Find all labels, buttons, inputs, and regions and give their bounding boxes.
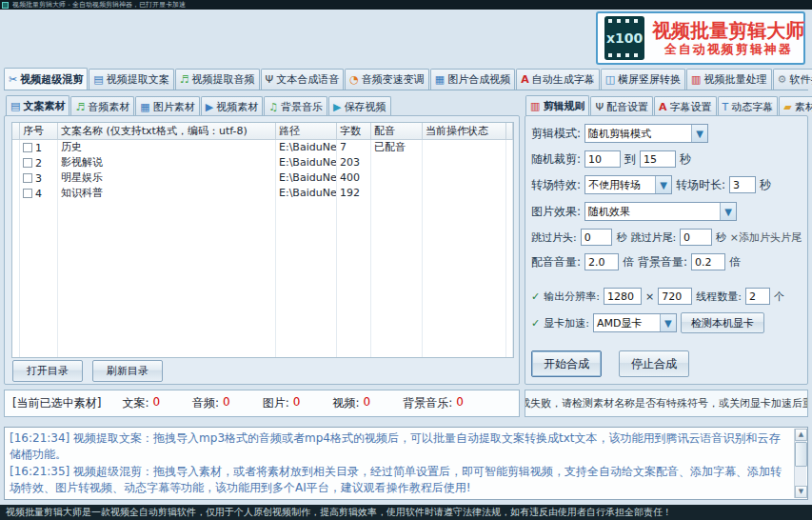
- table-row[interactable]: 4 知识科普 E:\BaiduNetd... 192: [12, 186, 513, 201]
- log-area[interactable]: [16:21:34] 视频提取文案：拖拽导入mp3格式的音频或者mp4格式的视频…: [4, 427, 808, 500]
- row-gutter: [12, 170, 20, 186]
- open-directory-button[interactable]: 打开目录: [12, 360, 83, 382]
- cell-extra: [506, 186, 513, 201]
- gpu-checkbox[interactable]: ✓: [531, 317, 540, 330]
- resolution-checkbox[interactable]: ✓: [531, 290, 540, 303]
- tab-dubbing-settings[interactable]: Ψ 配音设置: [590, 96, 653, 116]
- audio-icon: ♬: [180, 74, 189, 85]
- cell-path: E:\BaiduNetd...: [276, 140, 337, 155]
- row-checkbox[interactable]: [23, 158, 32, 168]
- gpu-select[interactable]: AMD显卡: [593, 313, 677, 332]
- row-checkbox[interactable]: [23, 143, 32, 152]
- material-tab-bar: ▤ 文案素材 ♬ 音频素材 ▦ 图片素材 ▶ 视频素材 ♫ 背景音乐 ▶ 保存视…: [6, 95, 392, 116]
- save-video-icon: ▶: [333, 102, 341, 112]
- log-scrollbar[interactable]: ▲ ▼: [794, 429, 806, 498]
- row-checkbox[interactable]: [23, 173, 32, 183]
- tab-audio-speed-pitch[interactable]: ◔ 音频变速变调: [345, 69, 429, 90]
- skip-head-input[interactable]: 0: [581, 229, 613, 246]
- microphone-icon: Ψ: [595, 102, 604, 112]
- cell-words: 203: [337, 155, 371, 170]
- tab-material-directory[interactable]: ▰ 素材目录: [779, 96, 812, 116]
- header-status[interactable]: 当前操作状态: [423, 123, 506, 139]
- crop-to-label: 到: [624, 151, 636, 168]
- footer-disclaimer: 视频批量剪辑大师是一款视频全自动剪辑软件，仅用于个人原创视频制作，提高剪辑效率，…: [0, 505, 812, 520]
- tab-save-video[interactable]: ▶ 保存视频: [328, 96, 390, 116]
- tab-text-material[interactable]: ▤ 文案素材: [6, 95, 69, 116]
- scroll-down-icon[interactable]: ▼: [795, 486, 807, 498]
- random-crop-min-input[interactable]: 10: [584, 150, 621, 168]
- table-row[interactable]: 1 历史 E:\BaiduNetd... 7 已配音: [12, 140, 513, 155]
- tab-video-extract-text[interactable]: ▤ 视频提取文案: [89, 69, 173, 90]
- dropdown-arrow-icon[interactable]: [660, 314, 676, 331]
- header-words[interactable]: 字数: [337, 123, 371, 139]
- tab-software-settings[interactable]: ⚙ 软件参数设置: [773, 69, 812, 90]
- scissors-icon: ✂: [9, 74, 17, 85]
- dropdown-arrow-icon[interactable]: [691, 125, 707, 142]
- tab-video-super-mix[interactable]: ✂ 视频超级混剪: [4, 68, 88, 90]
- transition-duration-input[interactable]: 3: [729, 176, 756, 193]
- skip-tail-unit: 秒: [716, 230, 726, 245]
- detect-gpu-button[interactable]: 检测本机显卡: [681, 312, 764, 333]
- dropdown-arrow-icon[interactable]: [720, 203, 736, 220]
- tab-text-to-speech[interactable]: Ψ 文本合成语音: [261, 69, 345, 90]
- skip-tail-label: 跳过片尾:: [630, 230, 676, 245]
- voice-volume-input[interactable]: 2.0: [584, 253, 619, 270]
- header-num[interactable]: 序号: [20, 123, 58, 139]
- selected-text-count: 文案:0: [122, 395, 160, 411]
- start-compose-button[interactable]: 开始合成: [531, 350, 602, 377]
- tab-dynamic-subtitles[interactable]: T 动态字幕: [718, 96, 779, 116]
- tab-edit-rules[interactable]: ▥ 剪辑规则: [525, 95, 589, 116]
- transition-select[interactable]: 不使用转场: [584, 175, 672, 194]
- skip-tail-input[interactable]: 0: [680, 229, 712, 246]
- refresh-directory-button[interactable]: 刷新目录: [92, 360, 163, 382]
- tab-image-to-video[interactable]: ▦ 图片合成视频: [430, 69, 515, 90]
- header-name[interactable]: 文案名称 (仅支持txt格式，编码：utf-8): [58, 123, 276, 139]
- tab-landscape-portrait-convert[interactable]: ◫ 横屏竖屏转换: [601, 69, 685, 90]
- logo-title: 视频批量剪辑大师: [652, 19, 804, 42]
- transition-row: 转场特效: 不使用转场 转场时长: 3 秒: [531, 175, 802, 194]
- random-crop-max-input[interactable]: 15: [640, 150, 676, 168]
- table-empty-row: [12, 323, 513, 338]
- folder-icon: ▰: [783, 102, 791, 112]
- dropdown-arrow-icon[interactable]: [655, 176, 671, 193]
- image-effect-select[interactable]: 随机效果: [584, 202, 737, 221]
- logo-text: 视频批量剪辑大师 全自动视频剪辑神器: [652, 19, 804, 57]
- clip-mode-select[interactable]: 随机剪辑模式: [584, 124, 708, 143]
- tab-auto-subtitles[interactable]: A 自动生成字幕: [516, 69, 600, 90]
- tab-bgm[interactable]: ♫ 背景音乐: [264, 96, 327, 116]
- table-row[interactable]: 2 影视解说 E:\BaiduNetd... 203: [12, 155, 513, 170]
- stop-compose-button[interactable]: 停止合成: [619, 350, 689, 377]
- tab-label: 图片合成视频: [447, 72, 510, 87]
- microphone-icon: Ψ: [266, 74, 274, 85]
- tab-audio-material[interactable]: ♬ 音频素材: [70, 96, 134, 116]
- resolution-height-input[interactable]: 720: [658, 288, 692, 305]
- scroll-up-icon[interactable]: ▲: [795, 429, 807, 441]
- tab-label: 文本合成语音: [276, 72, 339, 87]
- threads-input[interactable]: 2: [745, 288, 770, 305]
- header-gutter: [12, 123, 20, 139]
- add-intro-outro-checkbox[interactable]: ×添加片头片尾: [730, 230, 802, 245]
- cell-voice: [371, 186, 423, 201]
- tab-image-material[interactable]: ▦ 图片素材: [135, 96, 199, 116]
- crop-unit-label: 秒: [680, 151, 691, 168]
- count-value: 0: [152, 395, 160, 411]
- table-row[interactable]: 3 明星娱乐 E:\BaiduNetd... 400: [12, 170, 513, 186]
- cell-num: 3: [20, 170, 58, 186]
- bg-volume-input[interactable]: 0.2: [691, 253, 725, 270]
- tab-video-extract-audio[interactable]: ♬ 视频提取音频: [175, 69, 260, 90]
- image-effect-row: 图片效果: 随机效果: [531, 202, 802, 221]
- film-strip-icon: [608, 53, 641, 57]
- header-voice[interactable]: 配音: [371, 123, 423, 139]
- scrollbar-thumb[interactable]: [795, 442, 807, 467]
- row-checkbox[interactable]: [23, 189, 32, 198]
- random-crop-label: 随机裁剪:: [531, 151, 581, 168]
- tab-subtitle-settings[interactable]: A 字幕设置: [654, 96, 717, 116]
- logo-subtitle: 全自动视频剪辑神器: [652, 42, 804, 57]
- threads-label: 线程数量:: [696, 290, 742, 304]
- volume-row: 配音音量: 2.0 倍 背景音量: 0.2 倍: [531, 253, 802, 270]
- resolution-width-input[interactable]: 1280: [604, 288, 642, 305]
- tab-video-batch-process[interactable]: ▥ 视频批量处理: [686, 69, 771, 90]
- header-path[interactable]: 路径: [276, 123, 337, 139]
- tab-label: 背景音乐: [281, 100, 323, 114]
- tab-video-material[interactable]: ▶ 视频素材: [201, 96, 263, 116]
